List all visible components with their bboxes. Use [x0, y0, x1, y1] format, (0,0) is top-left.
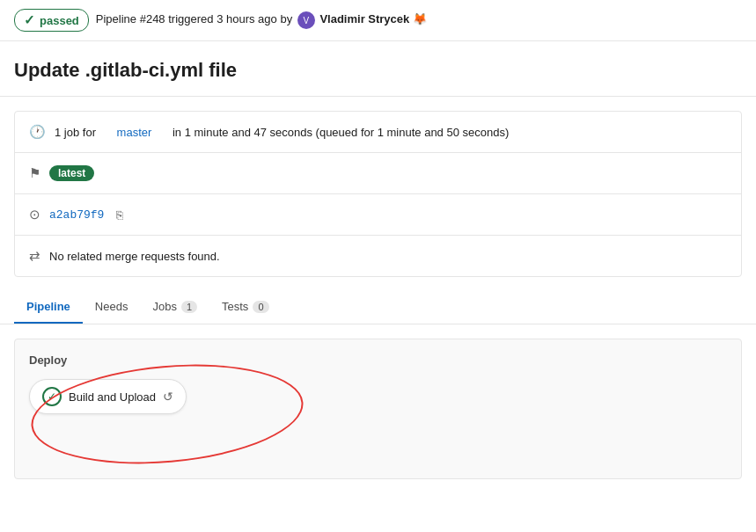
tab-needs-label: Needs — [95, 300, 128, 313]
clock-icon: 🕐 — [29, 124, 46, 140]
user-name: Vladimir Strycek — [319, 12, 409, 26]
copy-icon[interactable]: ⎘ — [116, 208, 123, 222]
job-name: Build and Upload — [69, 390, 156, 404]
job-node[interactable]: ✓ Build and Upload ↺ — [29, 379, 187, 414]
passed-badge: ✓ passed — [14, 9, 89, 32]
tab-needs[interactable]: Needs — [83, 291, 141, 324]
tab-pipeline[interactable]: Pipeline — [14, 291, 83, 324]
badge-label: passed — [40, 14, 79, 27]
tab-tests-count: 0 — [253, 301, 268, 313]
tab-jobs[interactable]: Jobs 1 — [140, 291, 209, 324]
tab-tests[interactable]: Tests 0 — [209, 291, 281, 324]
branch-link[interactable]: master — [117, 126, 152, 139]
jobs-row: 🕐 1 job for master in 1 minute and 47 se… — [15, 112, 741, 153]
info-section: 🕐 1 job for master in 1 minute and 47 se… — [14, 111, 742, 277]
page-title: Update .gitlab-ci.yml file — [0, 41, 756, 97]
tabs-section: Pipeline Needs Jobs 1 Tests 0 — [0, 291, 756, 324]
pipeline-canvas: Deploy ✓ Build and Upload ↺ — [14, 339, 742, 479]
pipeline-text: Pipeline #248 triggered 3 hours ago by — [96, 12, 292, 26]
retry-icon[interactable]: ↺ — [163, 390, 173, 404]
job-status-icon: ✓ — [42, 387, 62, 406]
annotation-ellipse — [27, 354, 307, 475]
user-emoji: 🦊 — [413, 12, 427, 26]
tab-tests-label: Tests — [222, 300, 248, 313]
jobs-text: 1 job for — [55, 126, 96, 139]
merge-icon: ⇄ — [29, 248, 40, 264]
tab-jobs-label: Jobs — [152, 300, 176, 313]
check-circle-icon: ✓ — [24, 12, 35, 28]
duration-text: in 1 minute and 47 seconds (queued for 1… — [172, 126, 509, 139]
stage-label: Deploy — [29, 353, 727, 367]
commit-row: ⊙ a2ab79f9 ⎘ — [15, 194, 741, 236]
tab-pipeline-label: Pipeline — [26, 300, 70, 313]
flag-icon: ⚑ — [29, 165, 40, 181]
commit-hash-link[interactable]: a2ab79f9 — [49, 208, 104, 222]
top-bar: ✓ passed Pipeline #248 triggered 3 hours… — [0, 0, 756, 41]
tag-row: ⚑ latest — [15, 153, 741, 194]
pipeline-info: Pipeline #248 triggered 3 hours ago by V… — [96, 11, 427, 29]
commit-icon: ⊙ — [29, 207, 40, 222]
tab-jobs-count: 1 — [181, 301, 197, 313]
merge-row: ⇄ No related merge requests found. — [15, 236, 741, 276]
merge-text: No related merge requests found. — [49, 250, 220, 263]
avatar: V — [297, 11, 315, 29]
latest-badge: latest — [49, 165, 94, 181]
